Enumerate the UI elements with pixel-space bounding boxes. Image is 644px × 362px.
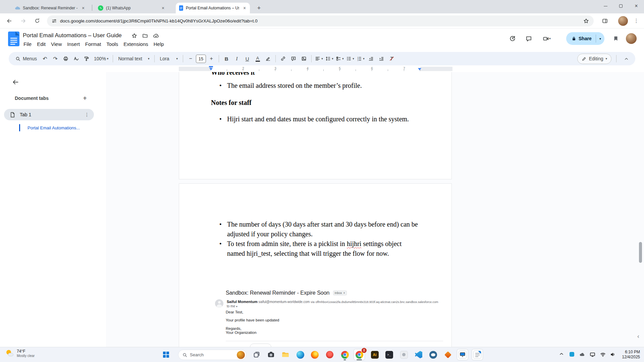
window-minimize-button[interactable] (598, 0, 613, 12)
taskbar-app-notes[interactable] (472, 349, 483, 360)
insert-link-button[interactable] (278, 54, 288, 64)
increase-indent-button[interactable] (376, 54, 386, 64)
side-panel-collapse-chevron[interactable]: ‹ (637, 333, 639, 340)
tray-wifi-icon[interactable] (600, 352, 606, 357)
browser-tab-whatsapp[interactable]: (1) WhatsApp × (95, 3, 168, 13)
google-docs-logo[interactable] (8, 32, 19, 46)
add-tab-button[interactable]: + (79, 93, 90, 104)
insert-image-button[interactable] (299, 54, 309, 64)
tab-close-icon[interactable]: × (242, 5, 247, 11)
weather-widget[interactable]: 74°F Mostly clear (3, 349, 37, 359)
doc-bullet-email-address[interactable]: The email address stored on the member’s… (227, 81, 420, 90)
tray-chevron-up-button[interactable] (559, 351, 564, 357)
menu-insert[interactable]: Insert (64, 41, 83, 48)
taskbar-app-diagram[interactable] (442, 349, 453, 360)
taskbar-app-terminal[interactable]: >_ (383, 349, 395, 360)
bookmark-button[interactable] (610, 33, 622, 45)
tab-item-tab1[interactable]: Tab 1 ⋮ (4, 109, 94, 120)
taskbar-app-file-explorer[interactable] (280, 349, 291, 360)
more-vertical-icon[interactable]: ⋮ (85, 112, 89, 117)
line-spacing-button[interactable]: ▾ (324, 54, 334, 64)
browser-profile-avatar[interactable] (618, 16, 628, 26)
taskbar-app-task-view[interactable] (251, 349, 262, 360)
align-button[interactable]: ▾ (314, 54, 324, 64)
tab-close-icon[interactable]: × (80, 5, 86, 11)
increase-font-size-button[interactable]: + (206, 54, 216, 64)
new-tab-button[interactable]: + (254, 3, 264, 13)
bold-button[interactable]: B (221, 54, 231, 64)
comments-button[interactable] (523, 33, 535, 45)
sidebar-back-button[interactable] (9, 76, 21, 88)
taskbar-app-pgadmin[interactable] (427, 349, 439, 360)
doc-heading-notes-for-staff[interactable]: Notes for staff (211, 99, 252, 107)
taskbar-app-vscode[interactable] (413, 349, 424, 360)
left-indent-marker[interactable] (209, 68, 213, 70)
account-avatar[interactable] (626, 33, 637, 44)
spell-check-button[interactable] (71, 54, 81, 64)
taskbar-search-box[interactable]: Search (178, 350, 247, 360)
taskbar-app-camera[interactable] (265, 349, 277, 360)
print-button[interactable] (61, 54, 71, 64)
share-button[interactable]: Share ▾ (566, 32, 604, 45)
underline-button[interactable]: U (242, 54, 252, 64)
text-color-button[interactable]: A (253, 54, 263, 64)
taskbar-app-remote-desktop[interactable] (457, 349, 468, 360)
menu-format[interactable]: Format (83, 41, 104, 48)
doc-bullet-hijri-dates[interactable]: Hijri start and end dates must be config… (227, 114, 420, 124)
window-close-button[interactable]: × (629, 0, 644, 12)
menu-help[interactable]: Help (151, 41, 167, 48)
undo-button[interactable]: ↶ (40, 54, 50, 64)
outline-item-portal[interactable]: Portal Email Automations... (19, 124, 80, 132)
menu-view[interactable]: View (48, 41, 64, 48)
tray-clock[interactable]: 6:10 PM 12/4/2025 (622, 350, 640, 360)
doc-heading-who-receives-it[interactable]: Who receives it (211, 72, 255, 76)
right-indent-marker[interactable] (418, 68, 421, 70)
start-button[interactable] (160, 349, 172, 360)
document-title[interactable]: Portal Email Automations – User Guide (23, 32, 122, 39)
taskbar-app-illustrator[interactable]: Ai (369, 349, 380, 360)
tab-close-icon[interactable]: × (160, 5, 166, 11)
decrease-font-size-button[interactable]: − (185, 54, 196, 64)
collapse-toolbar-button[interactable] (621, 54, 631, 64)
italic-button[interactable]: I (232, 54, 242, 64)
highlight-color-button[interactable] (263, 54, 273, 64)
doc-bullet-number-of-days[interactable]: The number of days (30 days after start … (227, 220, 420, 239)
tray-cloud-icon[interactable] (579, 352, 585, 357)
back-button[interactable] (3, 15, 15, 26)
omnibox[interactable]: docs.google.com/document/d/1jpc3R6Cmpii0… (47, 15, 594, 26)
taskbar-app-chrome[interactable] (339, 349, 351, 360)
tray-volume-icon[interactable] (610, 352, 615, 357)
tray-teal-app-icon[interactable] (570, 352, 574, 357)
bookmark-star-icon[interactable] (583, 18, 589, 24)
checklist-button[interactable]: ▾ (335, 54, 345, 64)
add-comment-button[interactable] (288, 54, 299, 64)
forward-button[interactable] (17, 15, 29, 26)
star-icon[interactable] (131, 33, 137, 39)
browser-tab-portal-doc[interactable]: Portal Email Automations – Use × (176, 3, 250, 13)
menu-file[interactable]: File (21, 41, 34, 48)
tray-display-icon[interactable] (590, 352, 595, 357)
taskbar-app-firefox[interactable] (309, 349, 320, 360)
taskbar-app-gray[interactable] (398, 349, 410, 360)
taskbar-app-red-circle[interactable] (324, 349, 335, 360)
move-folder-icon[interactable] (142, 33, 148, 39)
share-dropdown[interactable]: ▾ (596, 37, 604, 41)
paint-format-button[interactable] (82, 54, 92, 64)
paragraph-style-select[interactable]: Normal text▾ (115, 54, 152, 64)
first-line-indent-marker[interactable] (209, 66, 213, 67)
font-select[interactable]: Lora▾ (157, 54, 180, 64)
numbered-list-button[interactable]: 123▾ (356, 54, 366, 64)
clear-formatting-button[interactable] (387, 54, 397, 64)
reload-button[interactable] (32, 15, 43, 26)
decrease-indent-button[interactable] (366, 54, 376, 64)
taskbar-app-edge[interactable] (294, 349, 306, 360)
doc-bullet-test-admin[interactable]: To test from admin site, there is a pick… (227, 239, 420, 258)
doc-scrollbar-thumb[interactable] (639, 242, 642, 263)
video-call-button[interactable]: ▾ (539, 33, 555, 45)
window-maximize-button[interactable] (613, 0, 629, 12)
redo-button[interactable]: ↷ (50, 54, 60, 64)
bulleted-list-button[interactable]: ▾ (345, 54, 355, 64)
menu-edit[interactable]: Edit (34, 41, 48, 48)
menu-tools[interactable]: Tools (104, 41, 121, 48)
menu-extensions[interactable]: Extensions (121, 41, 151, 48)
